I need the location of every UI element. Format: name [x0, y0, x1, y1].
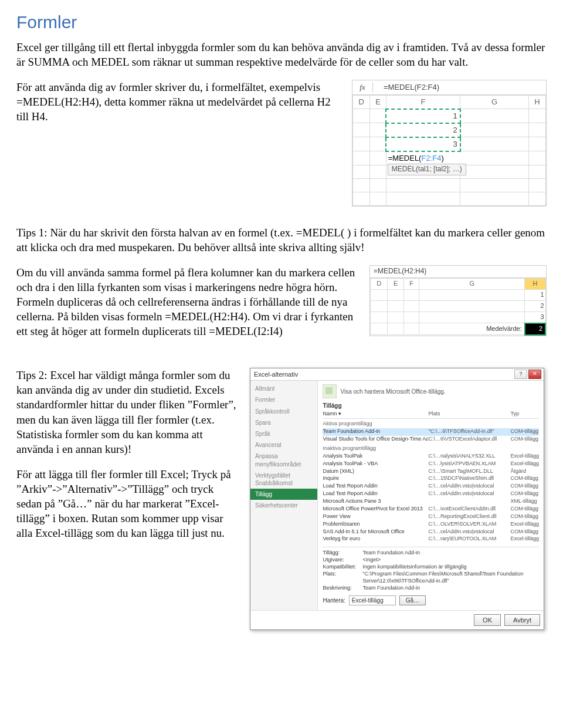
dialog-nav-item[interactable]: Formler	[250, 394, 317, 405]
excel-options-dialog: Excel-alternativ ? ✕ AllmäntFormlerSpråk…	[250, 368, 544, 630]
col-header: G	[419, 278, 525, 289]
addin-row[interactable]: Verktyg för euroC:\…rary\EUROTOOL.XLAMEx…	[323, 536, 539, 543]
addin-row[interactable]: SAS Add-In 5.1 for Microsoft OfficeC:\…c…	[323, 529, 539, 536]
section-title: Tillägg	[323, 402, 539, 409]
col-header: F	[404, 278, 419, 289]
addin-row[interactable]: ProblemlösarenC:\…OLVER\SOLVER.XLAMExcel…	[323, 521, 539, 529]
dialog-nav-item[interactable]: Spara	[250, 417, 317, 428]
dialog-nav-item[interactable]: Språk	[250, 428, 317, 439]
page-title: Formler	[16, 11, 547, 34]
addin-row[interactable]: Microsoft Office PowerPivot for Excel 20…	[323, 506, 539, 513]
col-header: D	[353, 95, 370, 109]
dialog-nav-item[interactable]: Anpassa menyfliksområdet	[250, 451, 317, 469]
addin-row[interactable]: Visual Studio Tools for Office Design-Ti…	[323, 436, 539, 443]
excel-figure-fill-handle: =MEDEL(H2:H4) D E F G H 1 2 3 Medelvärde…	[369, 265, 547, 336]
manage-select[interactable]: Excel-tillägg	[349, 595, 396, 605]
addin-row[interactable]: Load Test Report AddinC:\…celAddIn.vsto|…	[323, 483, 539, 490]
group-inactive: Inaktiva programtillägg	[323, 445, 539, 452]
col-header: H	[528, 95, 545, 109]
col-header: E	[370, 95, 386, 109]
selected-cell: 3	[386, 137, 460, 151]
dialog-nav-item[interactable]: Säkerhetscenter	[250, 500, 317, 511]
tip-1: Tips 1: När du har skrivit den första ha…	[16, 225, 547, 255]
dialog-nav-item[interactable]: Tillägg	[250, 489, 317, 500]
paragraph-6: För att lägga till fler formler till Exc…	[16, 467, 239, 540]
col-header: D	[371, 278, 388, 289]
paragraph-2: För att använda dig av formler skriver d…	[16, 80, 341, 124]
group-active: Aktiva programtillägg	[323, 421, 539, 428]
dialog-nav-item[interactable]: Verktygsfältet Snabbåtkomst	[250, 470, 317, 489]
dialog-nav-item[interactable]: Allmänt	[250, 383, 317, 394]
addin-row[interactable]: Analysis ToolPak - VBAC:\…lysis\ATPVBAEN…	[323, 460, 539, 468]
addin-row[interactable]: InquireC:\…15\DCF\NativeShim.dllCOM-till…	[323, 475, 539, 483]
addin-row[interactable]: Datum (XML)C:\…\Smart Tag\MOFL.DLLÅtgärd	[323, 468, 539, 476]
manage-label: Hantera:	[323, 597, 345, 604]
dialog-nav-item[interactable]: Avancerat	[250, 439, 317, 451]
result-cell: 2	[525, 323, 545, 335]
close-icon[interactable]: ✕	[528, 370, 541, 379]
dialog-nav-item[interactable]: Språkkontroll	[250, 406, 317, 417]
row-label: Medelvärde:	[419, 323, 525, 335]
grid: D E F G H 1 2 3 Medelvärde: 2	[370, 278, 546, 336]
cell: 3	[525, 311, 545, 323]
addin-row[interactable]: Team Foundation Add-in"C:\…6\TFSOfficeAd…	[323, 428, 539, 436]
cancel-button[interactable]: Avbryt	[504, 614, 540, 627]
selected-cell: 1	[386, 109, 460, 123]
intro-paragraph: Excel ger tillgång till ett flertal inby…	[16, 40, 547, 69]
formula-tooltip: MEDEL(tal1; [tal2]; …)	[388, 164, 466, 175]
addin-row[interactable]: Analysis ToolPakC:\…nalysis\ANALYS32.XLL…	[323, 453, 539, 460]
addins-icon	[323, 384, 337, 398]
active-cell: =MEDEL(F2:F4) MEDEL(tal1; [tal2]; …)	[386, 151, 528, 165]
grid: D E F G H 1 2 3 =MEDEL(F2:F4) MEDEL(tal1…	[352, 95, 546, 206]
go-button[interactable]: Gå…	[399, 595, 426, 605]
list-header: Namn ▾ Plats Typ	[323, 411, 539, 419]
fx-icon: fx	[352, 82, 373, 92]
col-header: F	[386, 95, 460, 109]
selected-cell: 2	[386, 123, 460, 137]
cell: 1	[525, 289, 545, 300]
paragraph-4: Om du vill använda samma formel på flera…	[16, 265, 359, 338]
ok-button[interactable]: OK	[474, 614, 501, 627]
formula-bar-value: =MEDEL(F2:F4)	[373, 82, 439, 92]
dialog-title: Excel-alternativ	[254, 370, 298, 379]
addin-meta: Tillägg:Team Foundation Add-in Utgivare:…	[323, 547, 539, 591]
dialog-nav: AllmäntFormlerSpråkkontrollSparaSpråkAva…	[250, 381, 318, 610]
dialog-subtitle: Visa och hantera Microsoft Office-tilläg…	[340, 388, 445, 395]
addin-row[interactable]: Microsoft Actions Pane 3XML-tillägg	[323, 498, 539, 506]
addin-row[interactable]: Load Test Report AddinC:\…celAddIn.vsto|…	[323, 490, 539, 498]
excel-figure-formula-edit: fx =MEDEL(F2:F4) D E F G H 1 2 3 =MEDEL(…	[352, 80, 547, 206]
col-header: G	[460, 95, 529, 109]
formula-bar-value: =MEDEL(H2:H4)	[370, 266, 546, 278]
cell: 2	[525, 300, 545, 311]
col-header-active: H	[525, 278, 545, 289]
help-icon[interactable]: ?	[514, 370, 527, 379]
addin-row[interactable]: Power ViewC:\…ReportingExcelClient.dllCO…	[323, 513, 539, 521]
tip-2: Tips 2: Excel har väldigt många formler …	[16, 368, 239, 456]
col-header: E	[388, 278, 404, 289]
